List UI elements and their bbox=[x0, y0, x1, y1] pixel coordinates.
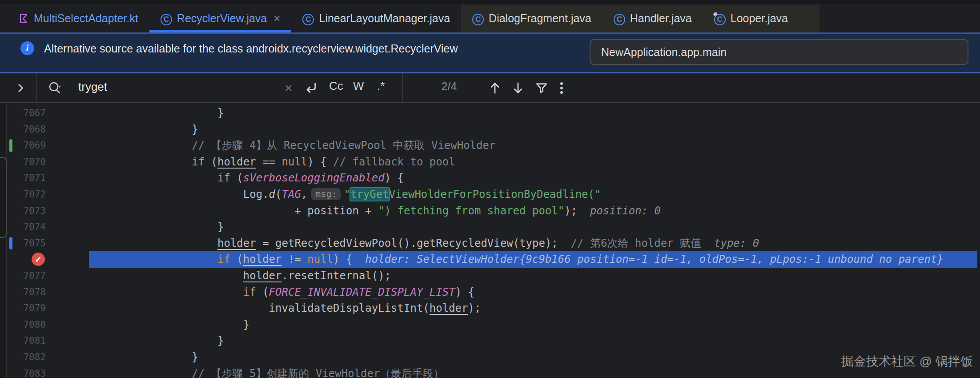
code-segment bbox=[89, 269, 243, 282]
code-text: Log.d(TAG,msg:"tryGetViewHolderForPositi… bbox=[89, 186, 601, 203]
gutter: 7079 bbox=[0, 300, 89, 317]
code-text: } bbox=[89, 333, 224, 349]
code-text: // 【步骤 4】从 RecycledViewPool 中获取 ViewHold… bbox=[89, 137, 495, 154]
next-match-icon[interactable] bbox=[511, 81, 525, 95]
tab-LinearLayoutManager-java[interactable]: CLinearLayoutManager.java bbox=[291, 4, 461, 32]
code-line-7067[interactable]: 7067 } bbox=[0, 105, 980, 121]
code-text: if (sVerboseLoggingEnabled) { bbox=[89, 170, 404, 186]
line-number[interactable]: 7069 bbox=[23, 137, 46, 154]
line-number[interactable]: 7081 bbox=[23, 333, 46, 349]
gutter: ✓ bbox=[0, 251, 89, 268]
line-number[interactable]: 7077 bbox=[23, 268, 46, 284]
code-segment: ); bbox=[564, 205, 590, 217]
line-number[interactable]: 7082 bbox=[23, 349, 46, 366]
newline-icon[interactable] bbox=[303, 80, 318, 96]
search-icon[interactable] bbox=[47, 80, 63, 96]
code-lines: 7067 }7068 }7069 // 【步骤 4】从 RecycledView… bbox=[0, 105, 980, 378]
line-number[interactable]: 7078 bbox=[23, 284, 46, 301]
ide-window: MultiSelectAdapter.ktCRecyclerView.java×… bbox=[0, 0, 980, 378]
line-number[interactable]: 7072 bbox=[23, 186, 46, 203]
code-segment: ) { bbox=[307, 156, 333, 168]
code-line-7071[interactable]: 7071 if (sVerboseLoggingEnabled) { bbox=[0, 170, 980, 186]
code-text: } bbox=[89, 121, 198, 138]
code-segment: } bbox=[89, 334, 224, 347]
code-segment: } bbox=[89, 318, 249, 331]
tab-Looper-java[interactable]: CLooper.java bbox=[703, 4, 799, 32]
search-match-highlight: tryGet bbox=[350, 188, 389, 201]
tab-Handler-java[interactable]: CHandler.java bbox=[602, 4, 703, 32]
line-number[interactable]: 7079 bbox=[23, 300, 46, 317]
tab-MultiSelectAdapter-kt[interactable]: MultiSelectAdapter.kt bbox=[7, 4, 149, 32]
more-options-icon[interactable] bbox=[560, 87, 563, 89]
java-class-icon-locked: C bbox=[714, 12, 726, 25]
tab-DialogFragment-java[interactable]: CDialogFragment.java bbox=[461, 4, 602, 32]
code-segment: if bbox=[217, 172, 230, 184]
line-number[interactable]: 7070 bbox=[23, 154, 46, 170]
inlay-hint-chip: msg: bbox=[311, 188, 341, 200]
code-line-7069[interactable]: 7069 // 【步骤 4】从 RecycledViewPool 中获取 Vie… bbox=[0, 137, 980, 154]
code-line-7081[interactable]: 7081 } bbox=[0, 333, 980, 349]
line-number[interactable]: 7075 bbox=[23, 235, 46, 252]
gutter: 7067 bbox=[0, 105, 89, 121]
line-number[interactable]: 7068 bbox=[23, 121, 46, 138]
gutter: 7071 bbox=[0, 170, 89, 186]
expand-chevron-icon[interactable] bbox=[15, 82, 26, 94]
code-segment bbox=[89, 172, 217, 184]
code-line-7083[interactable]: 7083 // 【步骤 5】创建新的 ViewHolder（最后手段） bbox=[0, 366, 980, 378]
code-line-7076[interactable]: ✓ if (holder != null) { holder: SelectVi… bbox=[0, 251, 980, 268]
gutter: 7080 bbox=[0, 317, 89, 333]
gutter: 7083 bbox=[0, 366, 89, 378]
code-line-7077[interactable]: 7077 holder.resetInternal(); bbox=[0, 268, 980, 284]
previous-match-icon[interactable] bbox=[488, 81, 502, 95]
java-class-icon: C bbox=[472, 12, 484, 25]
debugger-inline-value: holder: SelectViewHolder{9c9b166 positio… bbox=[365, 253, 943, 265]
code-segment: null bbox=[307, 253, 333, 265]
tab-label: DialogFragment.java bbox=[489, 12, 591, 25]
code-segment: != bbox=[282, 253, 308, 265]
tab-RecyclerView-java[interactable]: CRecyclerView.java× bbox=[149, 4, 292, 32]
code-text: } bbox=[89, 317, 249, 333]
code-segment: holder bbox=[217, 237, 256, 249]
module-selector-value: NewApplication.app.main bbox=[590, 46, 727, 59]
words-toggle[interactable]: W bbox=[353, 79, 364, 93]
java-class-icon: C bbox=[614, 12, 625, 25]
clear-icon[interactable]: × bbox=[285, 80, 293, 96]
code-segment: invalidateDisplayListInt( bbox=[89, 302, 430, 314]
code-segment: null bbox=[282, 156, 308, 168]
search-input[interactable] bbox=[78, 80, 269, 94]
line-number[interactable]: 7067 bbox=[23, 105, 46, 121]
code-segment: ) { bbox=[385, 172, 404, 184]
kotlin-file-icon bbox=[18, 13, 29, 24]
code-segment: FORCE_INVALIDATE_DISPLAY_LIST bbox=[269, 286, 455, 298]
code-segment: == bbox=[256, 156, 282, 168]
code-segment: } bbox=[89, 123, 198, 136]
find-bar-divider bbox=[36, 73, 37, 102]
regex-toggle[interactable]: .* bbox=[377, 79, 385, 93]
line-number[interactable]: 7083 bbox=[23, 366, 46, 378]
line-number[interactable]: 7074 bbox=[23, 219, 46, 235]
match-case-toggle[interactable]: Cc bbox=[329, 79, 343, 93]
code-text: } bbox=[89, 219, 224, 235]
code-line-7082[interactable]: 7082 } bbox=[0, 349, 980, 366]
code-line-7068[interactable]: 7068 } bbox=[0, 121, 980, 138]
code-line-7073[interactable]: 7073 + position + ") fetching from share… bbox=[0, 203, 980, 219]
line-number[interactable]: 7073 bbox=[23, 203, 46, 219]
line-number[interactable]: 7080 bbox=[23, 317, 46, 333]
tab-group-raised: CDialogFragment.javaCHandler.javaCLooper… bbox=[461, 4, 819, 32]
code-line-7079[interactable]: 7079 invalidateDisplayListInt(holder); bbox=[0, 300, 980, 317]
code-line-7075[interactable]: 7075 holder = getRecycledViewPool().getR… bbox=[0, 235, 980, 252]
code-line-7072[interactable]: 7072 Log.d(TAG,msg:"tryGetViewHolderForP… bbox=[0, 186, 980, 203]
code-segment: ( bbox=[205, 156, 217, 168]
notification-banner: i Alternative source available for the c… bbox=[0, 32, 980, 73]
breakpoint-icon[interactable]: ✓ bbox=[32, 253, 45, 266]
code-line-7074[interactable]: 7074 } bbox=[0, 219, 980, 235]
watermark: 掘金技术社区 @ 锅拌饭 bbox=[841, 353, 973, 370]
code-line-7078[interactable]: 7078 if (FORCE_INVALIDATE_DISPLAY_LIST) … bbox=[0, 284, 980, 301]
module-selector[interactable]: NewApplication.app.main bbox=[590, 39, 968, 65]
filter-icon[interactable] bbox=[534, 81, 549, 95]
code-line-7070[interactable]: 7070 if (holder == null) { // fallback t… bbox=[0, 154, 980, 170]
code-editor[interactable]: 7067 }7068 }7069 // 【步骤 4】从 RecycledView… bbox=[0, 103, 980, 378]
close-tab-icon[interactable]: × bbox=[273, 12, 280, 25]
line-number[interactable]: 7071 bbox=[23, 170, 46, 186]
code-line-7080[interactable]: 7080 } bbox=[0, 317, 980, 333]
